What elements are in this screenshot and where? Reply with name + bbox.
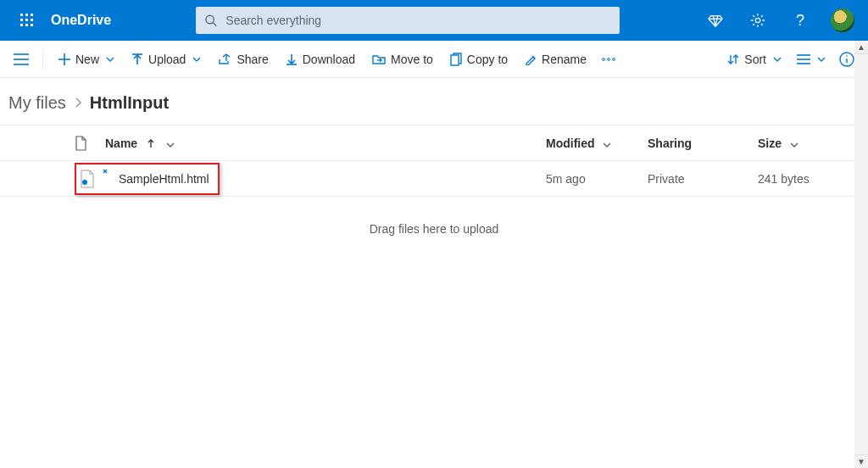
- settings-button[interactable]: [737, 0, 778, 41]
- download-button[interactable]: Download: [279, 47, 362, 71]
- hamburger-icon: [14, 53, 29, 65]
- svg-point-11: [755, 18, 760, 22]
- drag-hint: Drag files here to upload: [0, 197, 868, 261]
- column-modified[interactable]: Modified: [546, 136, 648, 150]
- breadcrumb-root[interactable]: My files: [8, 93, 66, 113]
- upload-button[interactable]: Upload: [125, 47, 208, 71]
- download-label: Download: [303, 53, 355, 66]
- moveto-button[interactable]: Move to: [365, 47, 440, 71]
- overflow-button[interactable]: [597, 53, 620, 66]
- app-launcher-button[interactable]: [7, 0, 47, 41]
- svg-rect-7: [25, 24, 28, 26]
- moveto-label: Move to: [391, 53, 433, 66]
- copyto-label: Copy to: [467, 53, 508, 66]
- svg-point-24: [608, 58, 610, 60]
- rename-button[interactable]: Rename: [518, 47, 593, 71]
- new-button[interactable]: New: [52, 47, 121, 71]
- svg-rect-3: [20, 19, 23, 21]
- rename-icon: [525, 53, 537, 65]
- svg-rect-22: [451, 55, 459, 65]
- view-list-icon: [797, 54, 810, 64]
- column-header-row: Name Modified Sharing Size: [0, 125, 868, 161]
- column-filetype[interactable]: [75, 136, 105, 151]
- upload-label: Upload: [148, 53, 186, 66]
- scroll-up-icon[interactable]: ▲: [854, 41, 868, 54]
- svg-rect-5: [31, 19, 33, 21]
- sort-label: Sort: [744, 53, 766, 66]
- search-input[interactable]: [225, 14, 611, 27]
- share-button[interactable]: Share: [211, 47, 275, 71]
- sort-button[interactable]: Sort: [721, 47, 788, 71]
- scroll-down-icon[interactable]: ▼: [854, 454, 868, 468]
- moveto-icon: [372, 53, 386, 65]
- chevron-right-icon: [75, 97, 81, 110]
- app-header: OneDrive ?: [0, 0, 868, 41]
- download-icon: [286, 53, 298, 65]
- column-sharing-label: Sharing: [648, 136, 692, 150]
- svg-point-25: [613, 58, 615, 60]
- svg-rect-0: [20, 14, 23, 16]
- view-button[interactable]: [792, 49, 831, 70]
- search-icon: [204, 14, 217, 27]
- file-sharing: Private: [648, 172, 758, 186]
- share-label: Share: [236, 53, 268, 66]
- copyto-icon: [450, 53, 462, 66]
- chevron-down-icon: [773, 57, 782, 62]
- svg-point-35: [82, 180, 87, 185]
- brand-title[interactable]: OneDrive: [51, 13, 111, 28]
- svg-point-23: [603, 58, 605, 60]
- file-name: SampleHtml.html: [119, 172, 209, 186]
- scrollbar[interactable]: ▲ ▼: [854, 41, 868, 468]
- file-icon: [75, 136, 86, 151]
- svg-rect-4: [25, 19, 28, 21]
- more-icon: [602, 58, 615, 61]
- file-modified: 5m ago: [546, 172, 648, 186]
- upload-icon: [131, 53, 143, 65]
- svg-point-9: [206, 15, 214, 23]
- plus-icon: [58, 53, 70, 65]
- svg-point-33: [846, 55, 848, 57]
- chevron-down-icon: [603, 136, 611, 150]
- new-indicator-icon: [102, 168, 110, 178]
- file-size: 241 bytes: [758, 172, 868, 186]
- new-label: New: [75, 53, 99, 66]
- svg-line-10: [214, 23, 217, 26]
- column-name[interactable]: Name: [105, 136, 546, 150]
- copyto-button[interactable]: Copy to: [443, 47, 515, 71]
- breadcrumb: My files HtmlInput: [0, 78, 868, 125]
- chevron-down-icon: [192, 57, 201, 62]
- table-row[interactable]: SampleHtml.html 5m ago Private 241 bytes: [0, 161, 868, 197]
- command-bar: New Upload Share Download Move to Copy t…: [0, 41, 868, 78]
- gear-icon: [750, 13, 765, 28]
- column-modified-label: Modified: [546, 136, 595, 150]
- info-icon: [839, 52, 854, 67]
- svg-rect-6: [20, 24, 23, 26]
- column-name-label: Name: [105, 136, 137, 150]
- diamond-icon: [708, 13, 723, 28]
- account-button[interactable]: [822, 0, 863, 41]
- share-icon: [218, 53, 231, 65]
- nav-toggle-button[interactable]: [8, 48, 34, 70]
- html-file-icon: [80, 170, 95, 188]
- chevron-down-icon: [106, 57, 114, 62]
- sort-ascending-icon: [147, 136, 154, 150]
- column-sharing[interactable]: Sharing: [648, 136, 758, 150]
- svg-rect-2: [31, 14, 33, 16]
- chevron-down-icon: [166, 136, 175, 150]
- rename-label: Rename: [542, 53, 587, 66]
- premium-button[interactable]: [695, 0, 736, 41]
- avatar: [831, 8, 854, 32]
- help-button[interactable]: ?: [780, 0, 821, 41]
- svg-rect-1: [25, 14, 28, 16]
- sort-icon: [727, 53, 739, 65]
- breadcrumb-current: HtmlInput: [90, 93, 169, 113]
- column-size-label: Size: [758, 136, 782, 150]
- annotation-highlight: SampleHtml.html: [75, 163, 220, 195]
- search-box[interactable]: [196, 7, 620, 34]
- file-list: Name Modified Sharing Size: [0, 125, 868, 197]
- column-size[interactable]: Size: [758, 136, 868, 150]
- chevron-down-icon: [790, 136, 798, 150]
- help-icon: ?: [796, 12, 804, 30]
- chevron-down-icon: [817, 57, 826, 62]
- waffle-icon: [20, 14, 34, 27]
